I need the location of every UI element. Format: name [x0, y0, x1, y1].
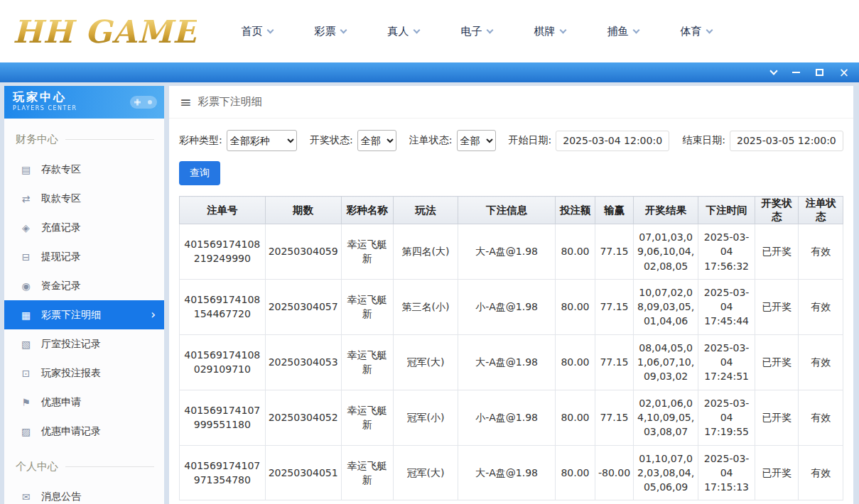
bets-table: 注单号期数彩种名称玩法下注信息投注额输赢开奖结果下注时间开奖状态注单状态 401… — [179, 196, 843, 500]
column-header: 投注额 — [556, 197, 595, 224]
player-report-icon: ⊡ — [20, 368, 32, 379]
column-header: 下注时间 — [698, 197, 755, 224]
nav-item-fishing[interactable]: 捕鱼 — [607, 25, 639, 38]
column-header: 下注信息 — [458, 197, 556, 224]
nav-item-lottery[interactable]: 彩票 — [314, 25, 346, 38]
table-cell: 401569174108219249990 — [180, 224, 266, 280]
lottery-bets-icon: ▦ — [20, 309, 32, 321]
table-cell: 第三名(小) — [393, 279, 458, 334]
table-cell: 77.15 — [595, 279, 633, 334]
table-cell: 2025-03-04 17:45:44 — [698, 279, 755, 334]
site-header: HH GAME 首页 彩票 真人 电子 棋牌 捕鱼 — [0, 0, 859, 62]
table-cell: 有效 — [799, 224, 843, 280]
chevron-down-icon — [560, 26, 567, 33]
sidebar-item-label: 优惠申请记录 — [41, 425, 101, 438]
minimize-icon[interactable] — [792, 72, 800, 73]
maximize-icon[interactable] — [816, 69, 823, 76]
column-header: 彩种名称 — [341, 197, 393, 224]
hamburger-icon: ≡ — [180, 94, 192, 111]
sidebar-item-promo-apply-records[interactable]: ▨ 优惠申请记录 — [4, 417, 164, 446]
sidebar-item-label: 优惠申请 — [41, 396, 81, 409]
bets-table-wrap: 注单号期数彩种名称玩法下注信息投注额输赢开奖结果下注时间开奖状态注单状态 401… — [169, 185, 853, 500]
table-cell: 01,10,07,02,03,08,04,05,06,09 — [634, 445, 698, 500]
site-logo: HH GAME — [13, 13, 197, 50]
bell-icon: ✉ — [20, 491, 32, 503]
order-status-select[interactable]: 全部 — [457, 130, 496, 151]
nav-item-home[interactable]: 首页 — [241, 25, 273, 38]
recharge-record-icon: ◈ — [20, 222, 32, 234]
nav-item-live[interactable]: 真人 — [387, 25, 419, 38]
table-cell: 02,01,06,04,10,09,05,03,08,07 — [634, 390, 698, 445]
promo-record-icon: ▨ — [20, 426, 32, 437]
funds-record-icon: ◉ — [20, 280, 32, 292]
end-date-input[interactable] — [730, 131, 843, 151]
table-cell: 冠军(大) — [393, 445, 458, 500]
top-nav: 首页 彩票 真人 电子 棋牌 捕鱼 — [241, 25, 712, 38]
sidebar-item-lottery-bet-details[interactable]: ▦ 彩票下注明细 › — [4, 300, 164, 329]
column-header: 玩法 — [393, 197, 458, 224]
order-status-label: 注单状态: — [409, 134, 453, 147]
table-cell: 2025-03-04 17:19:55 — [698, 390, 755, 445]
table-cell: 401569174107999551180 — [180, 390, 266, 445]
nav-item-sports[interactable]: 体育 — [680, 25, 712, 38]
sidebar-header: 玩家中心 PLAYERS CENTER — [4, 86, 164, 119]
deposit-icon: ▤ — [20, 164, 32, 175]
close-icon[interactable]: × — [839, 67, 849, 79]
withdraw-icon: ⇄ — [20, 193, 32, 204]
nav-item-label: 捕鱼 — [607, 25, 628, 38]
table-row: 40156917410799955118020250304052幸运飞艇新冠军(… — [180, 390, 843, 445]
promo-apply-icon: ⚑ — [20, 397, 32, 408]
table-cell: 大-A盘@1.98 — [458, 334, 556, 390]
sidebar: 玩家中心 PLAYERS CENTER 财务中心 ▤ 存款专区 ⇄ — [4, 86, 164, 504]
sidebar-item-label: 取款专区 — [41, 192, 81, 205]
nav-item-label: 首页 — [241, 25, 262, 38]
sidebar-item-label: 提现记录 — [41, 251, 81, 263]
sidebar-item-label: 存款专区 — [41, 163, 81, 176]
draw-status-select[interactable]: 全部 — [357, 130, 396, 151]
end-date-label: 结束日期: — [682, 134, 725, 147]
sidebar-item-withdraw[interactable]: ⇄ 取款专区 — [4, 184, 164, 213]
table-cell: 80.00 — [556, 390, 595, 445]
sidebar-item-label: 厅室投注记录 — [41, 338, 101, 351]
table-cell: 已开奖 — [755, 224, 799, 280]
sidebar-item-promo-apply[interactable]: ⚑ 优惠申请 — [4, 388, 164, 417]
query-button[interactable]: 查询 — [179, 161, 220, 185]
sidebar-item-label: 消息公告 — [41, 491, 81, 503]
nav-item-label: 体育 — [680, 25, 701, 38]
window-title-bar: × — [0, 62, 859, 82]
lottery-type-select[interactable]: 全部彩种 — [227, 130, 297, 151]
table-cell: 10,07,02,08,09,03,05,01,04,06 — [634, 279, 698, 334]
page-title: 彩票下注明细 — [198, 95, 262, 109]
table-row: 40156917410802910971020250304053幸运飞艇新冠军(… — [180, 334, 843, 390]
nav-item-slots[interactable]: 电子 — [460, 25, 492, 38]
sidebar-item-player-bet-report[interactable]: ⊡ 玩家投注报表 — [4, 358, 164, 388]
sidebar-item-withdrawal-records[interactable]: ⊟ 提现记录 — [4, 242, 164, 271]
lottery-type-label: 彩种类型: — [179, 134, 222, 147]
sidebar-item-deposit[interactable]: ▤ 存款专区 — [4, 155, 164, 184]
sidebar-section-finance: 财务中心 — [4, 119, 164, 155]
chevron-down-icon — [487, 26, 494, 33]
table-cell: 80.00 — [556, 334, 595, 390]
table-cell: 77.15 — [595, 390, 633, 445]
table-cell: 大-A盘@1.98 — [458, 445, 556, 500]
table-cell: 77.15 — [595, 224, 633, 280]
sidebar-item-funds-records[interactable]: ◉ 资金记录 — [4, 271, 164, 300]
start-date-input[interactable] — [556, 131, 669, 151]
chevron-down-icon — [340, 26, 347, 33]
collapse-icon[interactable] — [769, 67, 777, 75]
start-date-label: 开始日期: — [509, 134, 552, 147]
app-window: HH GAME 首页 彩票 真人 电子 棋牌 捕鱼 — [0, 0, 859, 504]
nav-item-boardgames[interactable]: 棋牌 — [534, 25, 566, 38]
draw-status-label: 开奖状态: — [310, 134, 353, 147]
sidebar-item-recharge-records[interactable]: ◈ 充值记录 — [4, 213, 164, 242]
sidebar-item-messages[interactable]: ✉ 消息公告 — [4, 482, 164, 504]
sidebar-item-hall-bet-records[interactable]: ▧ 厅室投注记录 — [4, 329, 164, 358]
table-cell: 80.00 — [556, 445, 595, 500]
table-cell: 07,01,03,09,06,10,04,02,08,05 — [634, 224, 698, 280]
table-body: 40156917410821924999020250304059幸运飞艇新第四名… — [180, 224, 843, 500]
withdrawal-record-icon: ⊟ — [20, 251, 32, 263]
table-row: 40156917410815446772020250304057幸运飞艇新第三名… — [180, 279, 843, 334]
nav-item-label: 棋牌 — [534, 25, 555, 38]
column-header: 注单号 — [180, 197, 266, 224]
table-cell: 401569174108154467720 — [180, 279, 266, 334]
